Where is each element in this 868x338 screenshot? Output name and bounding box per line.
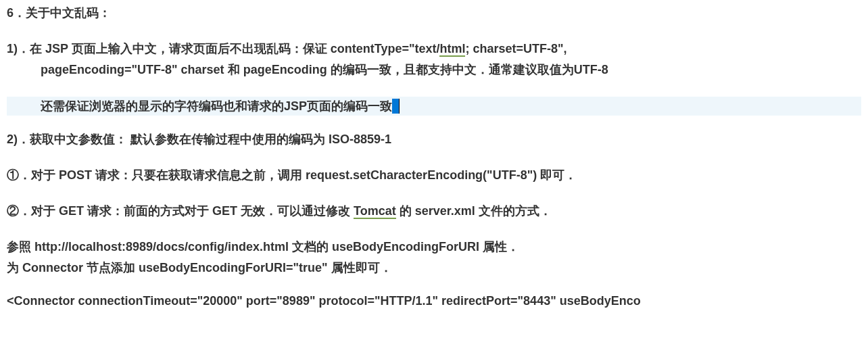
text: POST [59,168,92,182]
code-line: <Connector connectionTimeout="20000" por… [7,292,861,310]
underlined-tomcat: Tomcat [354,204,396,219]
heading-line: 6．关于中文乱码： [7,4,861,22]
text: JSP [284,99,307,114]
text: 即可． [537,168,577,182]
text: http://localhost:8989/docs/config/index.… [34,240,289,254]
text: ①．对于 [7,168,59,182]
text: 页面的编码一致 [307,98,392,114]
text: useBodyEncodingForURI [332,240,479,254]
text: 文档的 [289,240,332,254]
para-1-line-2: pageEncoding="UTF-8" charset 和 pageEncod… [7,61,861,79]
text: GET [59,204,84,218]
text-selection-cursor [392,99,399,114]
text: Connector [22,261,83,274]
text: GET [212,204,237,218]
blank-line [7,82,861,97]
text: 无效．可以通过修改 [237,204,354,218]
text: request.setCharacterEncoding("UTF-8") [306,168,537,182]
blank-line [7,116,861,130]
text: 和 [224,63,243,76]
item-2-line: ②．对于 GET 请求：前面的方式对于 GET 无效．可以通过修改 Tomcat… [7,202,861,220]
text: server.xml [415,204,475,218]
text: 页面上输入中文，请求页面后不出现乱码：保证 [68,42,331,55]
text: JSP [45,42,68,55]
ref-line-1: 参照 http://localhost:8989/docs/config/ind… [7,238,861,256]
highlighted-line: 还需保证浏览器的显示的字符编码也和请求的 JSP 页面的编码一致 [7,97,861,116]
text: 1)．在 [7,42,45,55]
blank-line [7,25,861,40]
para-2-line: 2)．获取中文参数值： 默认参数在传输过程中使用的编码为 ISO-8859-1 [7,130,861,149]
text: 2)．获取中文参数值： 默认参数在传输过程中使用的编码为 [7,132,329,146]
text: ②．对于 [7,204,59,218]
text: 属性即可． [328,261,392,274]
text: 请求：只要在获取请求信息之前，调用 [92,168,306,182]
blank-line [7,187,861,202]
text: useBodyEncodingForURI="true" [139,261,328,274]
text: 参照 [7,240,34,254]
blank-line [7,151,861,166]
text: 节点添加 [83,261,139,274]
item-1-line: ①．对于 POST 请求：只要在获取请求信息之前，调用 request.setC… [7,166,861,185]
text: 请求：前面的方式对于 [84,204,212,218]
para-1-line-1: 1)．在 JSP 页面上输入中文，请求页面后不出现乱码：保证 contentTy… [7,40,861,58]
text: contentType="text/ [331,42,440,55]
blank-line [7,280,861,292]
blank-line [7,223,861,238]
text: 文件的方式． [475,204,552,218]
text: 为 [7,261,22,274]
text: 的编码一致，且都支持中文．通常建议取值为UTF-8 [327,63,608,76]
text: 的 [396,204,415,218]
text-cursor [399,99,400,114]
text: 还需保证浏览器的显示的字符编码也和请求的 [41,98,284,114]
text: ; charset=UTF-8", [465,42,566,55]
ref-line-2: 为 Connector 节点添加 useBodyEncodingForURI="… [7,259,861,277]
text: 属性． [479,240,519,254]
text: pageEncoding [243,63,327,76]
text: pageEncoding="UTF-8" charset [41,63,224,76]
underlined-html: html [439,42,465,57]
text: ISO-8859-1 [329,132,391,146]
